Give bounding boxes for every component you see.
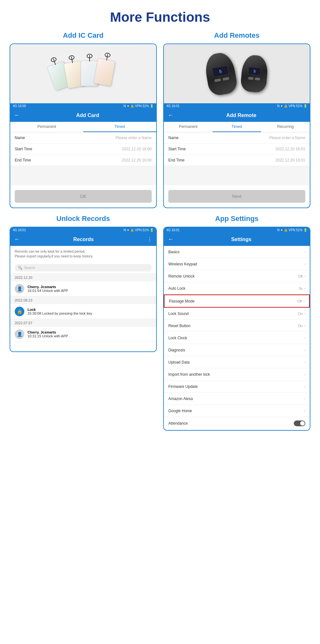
remote-field-end: End Time 2022.12.20 16:01	[164, 155, 310, 166]
ic-back-arrow-icon[interactable]: ←	[14, 112, 20, 119]
section-title-ic-card: Add IC Card	[63, 31, 103, 40]
sections-grid: Add IC Card 4G 16:00 N ✦ 🔒 VPN 51% 🔋 ← A…	[0, 31, 320, 440]
record-avatar-1: 👤	[15, 284, 24, 294]
record-date-3: 2022.07.07	[10, 319, 156, 327]
ic-tabs: Permanent Timed	[10, 122, 156, 132]
records-status-bar: 4G 16:01 N ✦ 🔒 VPN 51% 🔋	[10, 227, 156, 233]
settings-back-arrow-icon[interactable]: ←	[168, 236, 173, 243]
ic-header-title: Add Card	[23, 113, 152, 118]
section-unlock-records: Unlock Records 4G 16:01 N ✦ 🔒 VPN 51% 🔋 …	[10, 215, 157, 431]
records-header-title: Records	[23, 237, 144, 242]
keyfob-screen-2: 5	[248, 67, 261, 75]
remote-visual: 5 5	[200, 47, 274, 101]
settings-row-lock-sound[interactable]: Lock Sound On ›	[164, 308, 310, 320]
remote-tab-permanent[interactable]: Permanent	[164, 122, 212, 132]
record-avatar-2: 🔒	[15, 307, 24, 316]
phone-frame-records: 4G 16:01 N ✦ 🔒 VPN 51% 🔋 ← Records ⋮ Rec…	[10, 227, 157, 352]
remote-next-button[interactable]: Next	[168, 190, 305, 203]
phone-frame-ic-card: 4G 16:00 N ✦ 🔒 VPN 51% 🔋 ← Add Card Perm…	[10, 43, 157, 208]
chevron-right-icon: ›	[304, 311, 305, 316]
remote-back-arrow-icon[interactable]: ←	[168, 112, 173, 119]
section-app-settings: App Settings 4G 16:01 N ✦ 🔒 VPN 51% 🔋 ← …	[163, 215, 310, 431]
keyfob-2: 5	[240, 54, 269, 93]
chevron-right-icon: ›	[304, 262, 305, 266]
record-avatar-3: 👤	[15, 329, 24, 339]
settings-row-google-home[interactable]: Google Home ›	[164, 405, 310, 417]
records-info-box: Records can be only kept for a limited p…	[10, 246, 156, 262]
settings-row-diagnosis[interactable]: Diagnosis ›	[164, 344, 310, 356]
remote-phone-header: ← Add Remote	[164, 109, 310, 122]
settings-status-bar: 4G 16:01 N ✦ 🔒 VPN 51% 🔋	[164, 227, 310, 233]
ic-tab-permanent[interactable]: Permanent	[10, 122, 83, 132]
phone-frame-remotes: 5 5 4	[163, 43, 310, 208]
settings-row-remote-unlock[interactable]: Remote Unlock Off ›	[164, 270, 310, 282]
keyfob-btn-4	[255, 77, 260, 80]
keyfob-btn-1	[214, 78, 221, 82]
section-title-settings: App Settings	[215, 215, 259, 223]
chevron-right-icon: ›	[304, 274, 305, 279]
chevron-right-icon: ›	[304, 384, 305, 389]
settings-row-import-lock[interactable]: Import from another lock ›	[164, 368, 310, 381]
remote-header-title: Add Remote	[177, 113, 306, 118]
ic-card-image-area	[10, 44, 156, 103]
record-text-2: Lock 15:30:08 Locked by pressing the loc…	[28, 308, 92, 315]
ic-field-end: End Time 2022.12.20 16:00	[10, 155, 156, 166]
keyfob-screen-1: 5	[212, 65, 229, 77]
ic-phone-header: ← Add Card	[10, 109, 156, 122]
chevron-right-icon: ›	[304, 286, 305, 291]
ic-cards-visual	[49, 55, 118, 93]
search-icon: 🔍	[18, 266, 22, 270]
settings-row-reset-button[interactable]: Reset Button On ›	[164, 320, 310, 332]
keyfob-btn-3	[248, 77, 253, 80]
records-more-icon[interactable]: ⋮	[147, 236, 152, 242]
records-search-bar[interactable]: 🔍 Search	[10, 262, 156, 274]
remote-status-bar: 4G 16:01 N ✦ 🔒 VPN 51% 🔋	[164, 103, 310, 109]
records-info-line2: Please export regularly,if you need to k…	[15, 254, 152, 259]
phone-frame-settings: 4G 16:01 N ✦ 🔒 VPN 51% 🔋 ← Settings Basi…	[163, 227, 310, 431]
chevron-right-icon: ›	[304, 372, 305, 377]
ic-spacer	[10, 166, 156, 185]
record-text-1: Cherry. Jcsmarts 16:01:54 Unlock with AP…	[28, 285, 68, 293]
record-text-3: Cherry. Jcsmarts 10:31:15 Unlock with AP…	[28, 330, 68, 338]
chevron-right-icon: ›	[304, 323, 305, 328]
chevron-right-icon: ›	[303, 299, 305, 303]
remote-tab-timed[interactable]: Timed	[212, 122, 261, 132]
settings-row-attendance[interactable]: Attendance	[164, 417, 310, 430]
remote-tab-recurring[interactable]: Recurring	[261, 122, 310, 132]
section-title-records: Unlock Records	[56, 215, 110, 223]
remote-field-name: Name Please enter a Name	[164, 132, 310, 144]
chevron-right-icon: ›	[304, 408, 305, 413]
attendance-toggle[interactable]	[294, 420, 305, 426]
remote-spacer	[164, 166, 310, 185]
chevron-right-icon: ›	[304, 335, 305, 340]
settings-row-auto-lock[interactable]: Auto Lock 5s ›	[164, 282, 310, 295]
records-back-arrow-icon[interactable]: ←	[14, 236, 20, 243]
ic-status-bar: 4G 16:00 N ✦ 🔒 VPN 51% 🔋	[10, 103, 156, 109]
settings-row-upload-data[interactable]: Upload Data ›	[164, 356, 310, 368]
settings-row-basics[interactable]: Basics ›	[164, 246, 310, 258]
settings-row-amazon-alexa[interactable]: Amazon Alexa ›	[164, 393, 310, 405]
settings-phone-header: ← Settings	[164, 233, 310, 246]
chevron-right-icon: ›	[304, 249, 305, 254]
settings-row-lock-clock[interactable]: Lock Clock ›	[164, 332, 310, 344]
remote-tabs: Permanent Timed Recurring	[164, 122, 310, 132]
settings-header-title: Settings	[177, 237, 306, 242]
chevron-right-icon: ›	[304, 348, 305, 352]
record-entry-2: 🔒 Lock 15:30:08 Locked by pressing the l…	[10, 304, 156, 319]
settings-row-wireless-keypad[interactable]: Wireless Keypad ›	[164, 258, 310, 270]
ic-field-start: Start Time 2022.12.20 16:00	[10, 144, 156, 155]
ic-tab-timed[interactable]: Timed	[83, 122, 156, 132]
records-phone-header: ← Records ⋮	[10, 233, 156, 246]
settings-row-firmware[interactable]: Firmware Update ›	[164, 381, 310, 393]
ic-ok-button[interactable]: OK	[15, 190, 152, 203]
record-date-1: 2022.12.20	[10, 274, 156, 281]
keyfob-btn-2	[222, 77, 229, 80]
settings-row-passage-mode[interactable]: Passage Mode Off ›	[164, 295, 310, 308]
section-add-ic-card: Add IC Card 4G 16:00 N ✦ 🔒 VPN 51% 🔋 ← A…	[10, 31, 157, 208]
keyfob-1: 5	[203, 51, 238, 97]
remote-image-area: 5 5	[164, 44, 310, 103]
records-bottom-spacer	[10, 342, 156, 351]
record-date-2: 2022.08.23	[10, 296, 156, 304]
record-entry-3: 👤 Cherry. Jcsmarts 10:31:15 Unlock with …	[10, 327, 156, 342]
chevron-right-icon: ›	[304, 396, 305, 401]
